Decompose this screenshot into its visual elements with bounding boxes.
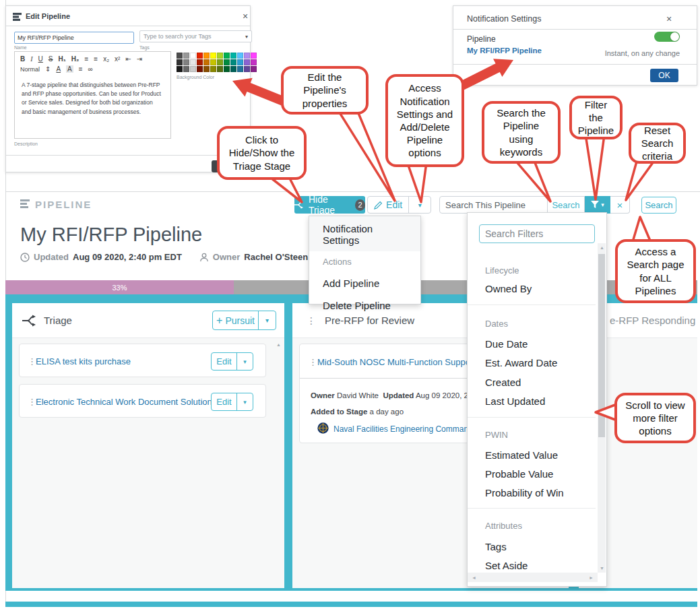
pipeline-search-input[interactable] — [439, 196, 548, 214]
color-swatch[interactable] — [183, 66, 189, 72]
card-caret-button[interactable]: ▾ — [237, 393, 253, 410]
underline-icon[interactable]: U — [38, 55, 43, 63]
pursuit-title-link[interactable]: Mid-South NOSC Multi-Function Support S — [317, 357, 484, 367]
color-swatch[interactable] — [210, 59, 216, 65]
card-edit-button[interactable]: Edit — [212, 353, 236, 370]
filter-item-est-award-date[interactable]: Est. Award Date — [485, 357, 557, 368]
pursuit-card[interactable]: ⋮ Electronic Technical Work Document Sol… — [19, 384, 266, 418]
color-swatch[interactable] — [244, 59, 250, 65]
color-swatch[interactable] — [197, 53, 203, 59]
color-swatch[interactable] — [177, 59, 183, 65]
edit-menu-caret-button[interactable]: ▾ — [409, 197, 431, 213]
color-swatch[interactable] — [230, 59, 236, 65]
header2-icon[interactable]: H₂ — [71, 55, 79, 63]
scroll-down-icon[interactable]: ▼ — [600, 566, 604, 571]
close-icon[interactable]: × — [666, 13, 672, 24]
filter-vertical-scrollbar[interactable]: ▲ ▼ — [598, 243, 606, 573]
filter-item-tags[interactable]: Tags — [485, 541, 507, 552]
pipeline-name-input[interactable] — [14, 32, 134, 44]
color-swatch[interactable] — [203, 66, 210, 72]
reset-search-button[interactable]: × — [610, 196, 630, 214]
header1-icon[interactable]: H₁ — [58, 55, 65, 63]
color-swatch[interactable] — [237, 59, 243, 65]
color-swatch[interactable] — [251, 59, 257, 65]
pursuit-caret-button[interactable]: ▾ — [259, 311, 276, 329]
filter-item-probability-of-win[interactable]: Probability of Win — [485, 487, 564, 499]
bullet-list-icon[interactable]: ≡ — [94, 55, 98, 63]
color-swatch[interactable] — [217, 66, 223, 72]
pipeline-name-link[interactable]: My RFI/RFP Pipeline — [467, 46, 542, 55]
scroll-right-icon[interactable]: ► — [589, 575, 594, 580]
style-caret-icon[interactable]: ⇕ — [45, 65, 51, 73]
menu-item-add-pipeline[interactable]: Add Pipeline — [309, 272, 420, 294]
color-swatch[interactable] — [237, 53, 243, 59]
filter-item-estimated-value[interactable]: Estimated Value — [485, 449, 558, 461]
notification-toggle[interactable] — [654, 32, 680, 42]
pursuit-title-link[interactable]: Electronic Technical Work Document Solut… — [36, 397, 212, 407]
filter-item-due-date[interactable]: Due Date — [485, 338, 528, 350]
italic-icon[interactable]: I — [30, 55, 32, 63]
color-swatch[interactable] — [224, 66, 230, 72]
filter-button[interactable]: ▾ — [585, 196, 610, 214]
filter-item-set-aside[interactable]: Set Aside — [485, 560, 528, 571]
color-swatch[interactable] — [190, 59, 196, 65]
color-swatch[interactable] — [224, 53, 230, 59]
color-swatch[interactable] — [251, 66, 257, 72]
color-swatch[interactable] — [237, 66, 243, 72]
color-swatch[interactable] — [177, 66, 183, 72]
tags-select[interactable]: Type to search your Tags ▾ — [139, 30, 252, 42]
highlight-color-icon[interactable]: A — [66, 65, 73, 73]
color-swatch[interactable] — [197, 66, 203, 72]
color-swatch[interactable] — [230, 66, 236, 72]
edit-button[interactable]: Edit — [368, 197, 408, 213]
color-swatch[interactable] — [210, 66, 216, 72]
color-swatch[interactable] — [217, 59, 223, 65]
pursuit-title-link[interactable]: ELISA test kits purchase — [36, 356, 131, 366]
filter-item-created[interactable]: Created — [485, 377, 521, 388]
paragraph-style-select[interactable]: Normal — [20, 66, 40, 73]
color-swatch[interactable] — [190, 66, 196, 72]
color-swatch[interactable] — [203, 59, 210, 65]
description-editor[interactable]: B I U S H₁ H₂ ≡ ≡ x₂ x² ⇤ ⇥ Normal ⇕ A A… — [14, 51, 171, 139]
superscript-icon[interactable]: x² — [115, 55, 120, 63]
scroll-left-icon[interactable]: ◄ — [472, 575, 476, 580]
color-swatch[interactable] — [210, 53, 216, 59]
color-swatch[interactable] — [190, 53, 196, 59]
text-color-icon[interactable]: A — [56, 65, 61, 73]
menu-item-delete-pipeline[interactable]: Delete Pipeline — [309, 294, 420, 317]
filter-item-probable-value[interactable]: Probable Value — [485, 468, 553, 480]
card-caret-button[interactable]: ▾ — [237, 353, 253, 370]
filter-item-owned-by[interactable]: Owned By — [485, 283, 532, 294]
color-swatch[interactable] — [203, 53, 210, 59]
filter-horizontal-scrollbar[interactable]: ◄ ► — [468, 573, 598, 582]
align-icon[interactable]: ≡ — [79, 65, 83, 73]
add-pursuit-button[interactable]: + Pursuit — [213, 311, 258, 329]
menu-item-notification-settings[interactable]: Notification Settings — [309, 216, 420, 251]
close-icon[interactable]: × — [243, 11, 248, 22]
color-swatch[interactable] — [224, 59, 230, 65]
color-swatch[interactable] — [244, 66, 250, 72]
global-search-button[interactable]: Search — [641, 197, 676, 214]
indent-icon[interactable]: ⇥ — [137, 55, 142, 63]
filter-item-last-updated[interactable]: Last Updated — [485, 395, 545, 407]
color-swatch[interactable] — [251, 53, 257, 59]
bold-icon[interactable]: B — [20, 55, 25, 63]
ok-button[interactable]: OK — [650, 69, 678, 82]
pursuit-card[interactable]: ⋮ ELISA test kits purchase Edit ▾ — [19, 344, 266, 377]
link-icon[interactable]: ∞ — [88, 65, 93, 73]
ordered-list-icon[interactable]: ≡ — [85, 55, 89, 63]
scroll-up-icon[interactable]: ▲ — [276, 342, 281, 347]
color-swatch[interactable] — [177, 53, 183, 59]
color-swatch[interactable] — [217, 53, 223, 59]
card-edit-button[interactable]: Edit — [212, 393, 236, 410]
drag-handle-icon[interactable]: ⋮ — [309, 357, 317, 367]
background-color-palette[interactable] — [177, 53, 257, 72]
hide-triage-button[interactable]: Hide Triage 2 — [294, 196, 365, 214]
color-swatch[interactable] — [183, 53, 189, 59]
pipeline-search-button[interactable]: Search — [548, 196, 585, 214]
color-swatch[interactable] — [230, 53, 236, 59]
color-swatch[interactable] — [183, 59, 189, 65]
filter-search-input[interactable] — [479, 224, 595, 243]
color-swatch[interactable] — [244, 53, 250, 59]
scrollbar-thumb[interactable] — [598, 254, 605, 437]
